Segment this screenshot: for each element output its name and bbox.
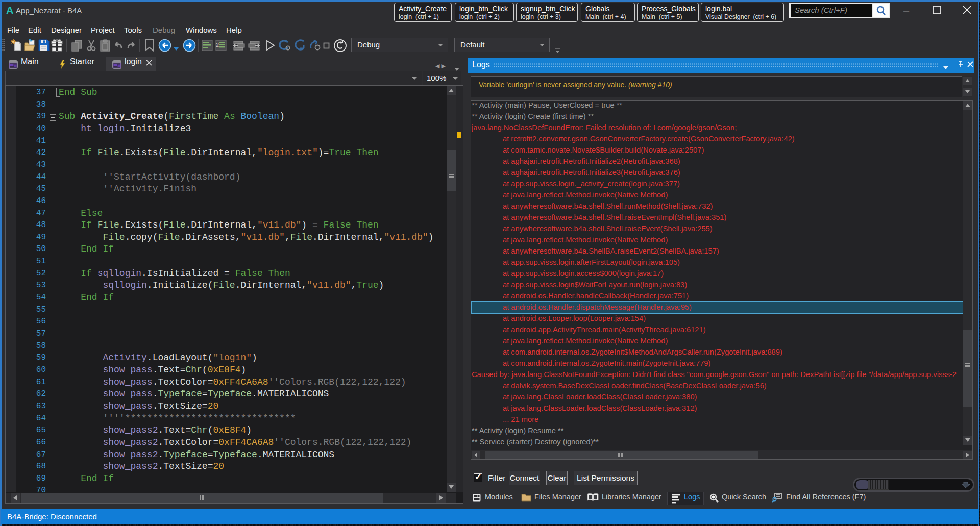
- svg-text:2: 2: [216, 42, 219, 48]
